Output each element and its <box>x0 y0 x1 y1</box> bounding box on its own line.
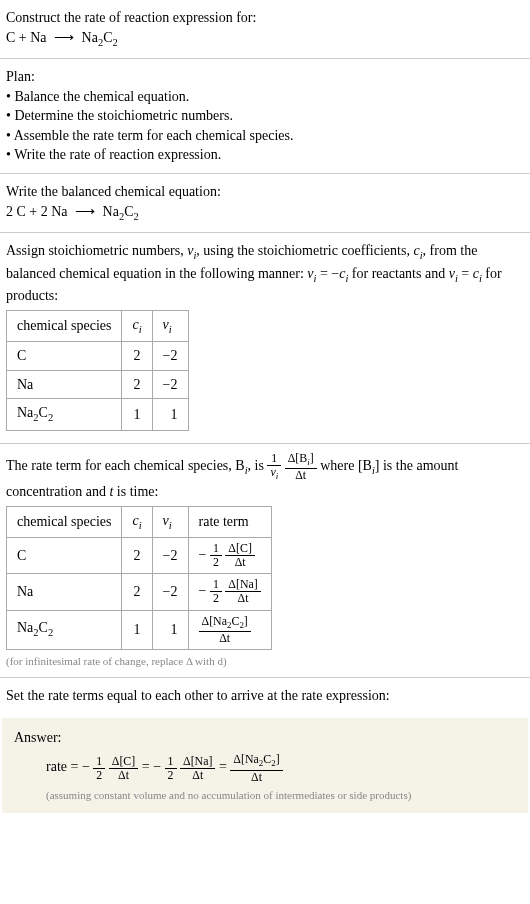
header-ci: ci <box>122 506 152 537</box>
stoichiometric-section: Assign stoichiometric numbers, νi, using… <box>0 233 530 443</box>
fraction: Δ[Bi] Δt <box>285 452 317 482</box>
problem-statement: Construct the rate of reaction expressio… <box>0 0 530 58</box>
table-header-row: chemical species ci νi rate term <box>7 506 272 537</box>
fraction: 12 <box>210 578 222 605</box>
fraction: 1 νi <box>267 452 281 482</box>
fraction: Δ[Na2C2] Δt <box>199 615 251 645</box>
cell-species: C <box>7 538 122 574</box>
header-species: chemical species <box>7 506 122 537</box>
stoich-intro: Assign stoichiometric numbers, νi, using… <box>6 241 524 306</box>
cell-species: Na <box>7 574 122 610</box>
cell-c: 2 <box>122 342 152 371</box>
fraction: Δ[Na]Δt <box>225 578 260 605</box>
header-ci: ci <box>122 310 152 341</box>
fraction: 12 <box>165 755 177 782</box>
reaction-arrow: ⟶ <box>50 28 78 48</box>
rate-term-section: The rate term for each chemical species,… <box>0 444 530 677</box>
table-row: C 2 −2 − 12 Δ[C]Δt <box>7 538 272 574</box>
plan-item: Determine the stoichiometric numbers. <box>6 106 524 126</box>
cell-nu: −2 <box>152 574 188 610</box>
header-rate-term: rate term <box>188 506 271 537</box>
rate-term-footnote: (for infinitesimal rate of change, repla… <box>6 654 524 669</box>
cell-nu: −2 <box>152 342 188 371</box>
cell-c: 2 <box>122 538 152 574</box>
table-row: C 2 −2 <box>7 342 189 371</box>
header-species: chemical species <box>7 310 122 341</box>
cell-c: 2 <box>122 574 152 610</box>
fraction: Δ[Na]Δt <box>180 755 215 782</box>
final-title: Set the rate terms equal to each other t… <box>6 686 524 706</box>
balanced-equation: 2 C + 2 Na ⟶ Na2C2 <box>6 202 524 224</box>
table-row: Na 2 −2 <box>7 370 189 399</box>
table-row: Na2C2 1 1 Δ[Na2C2] Δt <box>7 610 272 649</box>
plan-item: Balance the chemical equation. <box>6 87 524 107</box>
plan-list: Balance the chemical equation. Determine… <box>6 87 524 165</box>
cell-c: 1 <box>122 610 152 649</box>
balanced-title: Write the balanced chemical equation: <box>6 182 524 202</box>
fraction: 12 <box>93 755 105 782</box>
cell-nu: −2 <box>152 538 188 574</box>
final-section: Set the rate terms equal to each other t… <box>0 678 530 714</box>
fraction: Δ[Na2C2] Δt <box>230 753 282 783</box>
rate-term-table: chemical species ci νi rate term C 2 −2 … <box>6 506 272 650</box>
cell-rate-term: − 12 Δ[Na]Δt <box>188 574 271 610</box>
cell-species: Na2C2 <box>7 610 122 649</box>
rate-term-intro: The rate term for each chemical species,… <box>6 452 524 502</box>
cell-rate-term: Δ[Na2C2] Δt <box>188 610 271 649</box>
answer-box: Answer: rate = − 12 Δ[C]Δt = − 12 Δ[Na]Δ… <box>2 718 528 813</box>
unbalanced-equation: C + Na ⟶ Na2C2 <box>6 28 524 50</box>
plan-item: Assemble the rate term for each chemical… <box>6 126 524 146</box>
cell-species: C <box>7 342 122 371</box>
table-row: Na 2 −2 − 12 Δ[Na]Δt <box>7 574 272 610</box>
prompt-text: Construct the rate of reaction expressio… <box>6 8 524 28</box>
cell-rate-term: − 12 Δ[C]Δt <box>188 538 271 574</box>
fraction: 12 <box>210 542 222 569</box>
reaction-arrow: ⟶ <box>71 202 99 222</box>
table-header-row: chemical species ci νi <box>7 310 189 341</box>
table-row: Na2C2 1 1 <box>7 399 189 430</box>
header-nui: νi <box>152 310 188 341</box>
balanced-section: Write the balanced chemical equation: 2 … <box>0 174 530 232</box>
plan-title: Plan: <box>6 67 524 87</box>
cell-nu: 1 <box>152 399 188 430</box>
cell-species: Na <box>7 370 122 399</box>
answer-label: Answer: <box>14 728 516 748</box>
cell-c: 1 <box>122 399 152 430</box>
cell-c: 2 <box>122 370 152 399</box>
plan-item: Write the rate of reaction expression. <box>6 145 524 165</box>
answer-note: (assuming constant volume and no accumul… <box>14 788 516 803</box>
answer-expression: rate = − 12 Δ[C]Δt = − 12 Δ[Na]Δt = Δ[Na… <box>14 753 516 783</box>
cell-nu: −2 <box>152 370 188 399</box>
fraction: Δ[C]Δt <box>109 755 139 782</box>
cell-nu: 1 <box>152 610 188 649</box>
plan-section: Plan: Balance the chemical equation. Det… <box>0 59 530 173</box>
header-nui: νi <box>152 506 188 537</box>
fraction: Δ[C]Δt <box>225 542 255 569</box>
stoichiometric-table: chemical species ci νi C 2 −2 Na 2 −2 Na… <box>6 310 189 431</box>
cell-species: Na2C2 <box>7 399 122 430</box>
